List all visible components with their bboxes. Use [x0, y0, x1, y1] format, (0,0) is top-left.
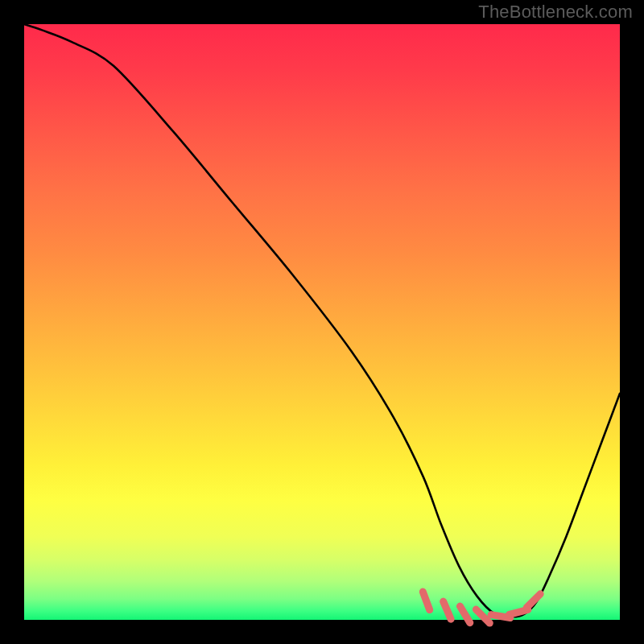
chart-stage: TheBottleneck.com [0, 0, 644, 644]
plot-background [24, 24, 620, 620]
bottleneck-chart [0, 0, 644, 644]
